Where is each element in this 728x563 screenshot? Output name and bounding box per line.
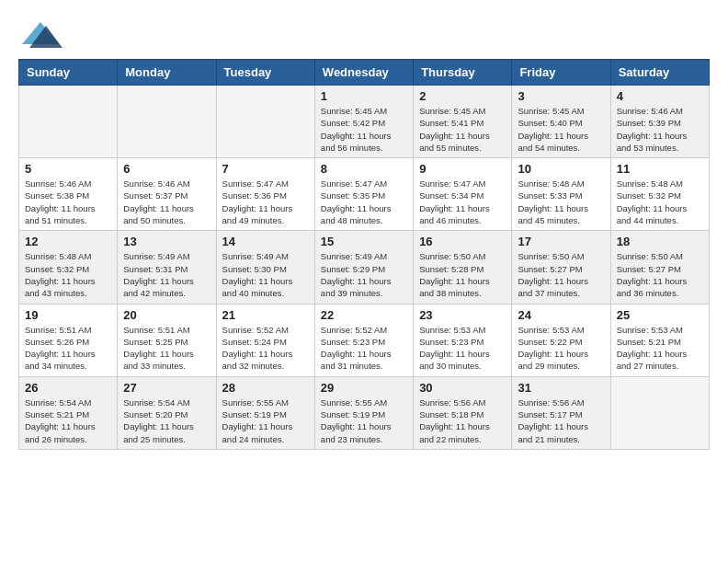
calendar-cell: 15Sunrise: 5:49 AMSunset: 5:29 PMDayligh… xyxy=(314,231,413,304)
day-number: 5 xyxy=(25,162,111,176)
weekday-header-saturday: Saturday xyxy=(610,60,709,86)
day-number: 28 xyxy=(222,381,309,395)
day-number: 31 xyxy=(518,381,604,395)
calendar-cell: 31Sunrise: 5:56 AMSunset: 5:17 PMDayligh… xyxy=(512,376,610,449)
day-number: 27 xyxy=(123,381,210,395)
calendar-cell: 7Sunrise: 5:47 AMSunset: 5:36 PMDaylight… xyxy=(216,158,314,231)
day-detail: Sunrise: 5:54 AMSunset: 5:20 PMDaylight:… xyxy=(123,396,210,445)
day-number: 9 xyxy=(419,162,506,176)
calendar-cell: 26Sunrise: 5:54 AMSunset: 5:21 PMDayligh… xyxy=(19,376,118,449)
day-number: 10 xyxy=(518,162,604,176)
day-number: 20 xyxy=(123,308,210,322)
week-row-1: 5Sunrise: 5:46 AMSunset: 5:38 PMDaylight… xyxy=(19,158,710,231)
day-number: 17 xyxy=(518,235,604,248)
day-detail: Sunrise: 5:46 AMSunset: 5:39 PMDaylight:… xyxy=(617,105,703,154)
calendar-cell: 13Sunrise: 5:49 AMSunset: 5:31 PMDayligh… xyxy=(118,231,216,304)
day-detail: Sunrise: 5:55 AMSunset: 5:19 PMDaylight:… xyxy=(321,396,407,445)
calendar-cell: 22Sunrise: 5:52 AMSunset: 5:23 PMDayligh… xyxy=(314,304,413,376)
day-detail: Sunrise: 5:49 AMSunset: 5:30 PMDaylight:… xyxy=(222,250,309,299)
day-number: 7 xyxy=(222,162,309,176)
day-detail: Sunrise: 5:52 AMSunset: 5:24 PMDaylight:… xyxy=(222,324,309,373)
day-number: 1 xyxy=(321,89,407,103)
day-detail: Sunrise: 5:51 AMSunset: 5:25 PMDaylight:… xyxy=(123,324,210,373)
calendar-cell: 12Sunrise: 5:48 AMSunset: 5:32 PMDayligh… xyxy=(19,231,118,304)
week-row-4: 26Sunrise: 5:54 AMSunset: 5:21 PMDayligh… xyxy=(19,376,710,449)
calendar-cell: 9Sunrise: 5:47 AMSunset: 5:34 PMDaylight… xyxy=(414,158,512,231)
day-number: 29 xyxy=(321,381,407,395)
day-number: 25 xyxy=(617,308,703,322)
day-detail: Sunrise: 5:49 AMSunset: 5:31 PMDaylight:… xyxy=(123,250,210,299)
calendar-cell: 20Sunrise: 5:51 AMSunset: 5:25 PMDayligh… xyxy=(118,304,216,376)
day-detail: Sunrise: 5:45 AMSunset: 5:40 PMDaylight:… xyxy=(518,105,604,154)
day-detail: Sunrise: 5:47 AMSunset: 5:34 PMDaylight:… xyxy=(419,178,506,226)
calendar-cell xyxy=(216,86,314,158)
day-detail: Sunrise: 5:53 AMSunset: 5:21 PMDaylight:… xyxy=(617,324,703,373)
day-number: 11 xyxy=(617,162,703,176)
calendar-cell: 8Sunrise: 5:47 AMSunset: 5:35 PMDaylight… xyxy=(314,158,413,231)
day-detail: Sunrise: 5:50 AMSunset: 5:28 PMDaylight:… xyxy=(419,250,506,299)
day-detail: Sunrise: 5:50 AMSunset: 5:27 PMDaylight:… xyxy=(518,250,604,299)
day-detail: Sunrise: 5:48 AMSunset: 5:32 PMDaylight:… xyxy=(25,250,111,299)
day-detail: Sunrise: 5:45 AMSunset: 5:42 PMDaylight:… xyxy=(321,105,407,154)
day-detail: Sunrise: 5:54 AMSunset: 5:21 PMDaylight:… xyxy=(25,396,111,445)
day-detail: Sunrise: 5:50 AMSunset: 5:27 PMDaylight:… xyxy=(617,250,703,299)
weekday-header-wednesday: Wednesday xyxy=(314,60,413,86)
calendar-cell: 10Sunrise: 5:48 AMSunset: 5:33 PMDayligh… xyxy=(512,158,610,231)
weekday-header-row: SundayMondayTuesdayWednesdayThursdayFrid… xyxy=(19,60,710,86)
day-number: 12 xyxy=(25,235,111,248)
day-detail: Sunrise: 5:52 AMSunset: 5:23 PMDaylight:… xyxy=(321,324,407,373)
calendar-cell xyxy=(118,86,216,158)
day-number: 16 xyxy=(419,235,506,248)
calendar-cell: 4Sunrise: 5:46 AMSunset: 5:39 PMDaylight… xyxy=(610,86,709,158)
day-number: 19 xyxy=(25,308,111,322)
calendar-cell: 21Sunrise: 5:52 AMSunset: 5:24 PMDayligh… xyxy=(216,304,314,376)
day-detail: Sunrise: 5:53 AMSunset: 5:22 PMDaylight:… xyxy=(518,324,604,373)
calendar-cell: 1Sunrise: 5:45 AMSunset: 5:42 PMDaylight… xyxy=(314,86,413,158)
day-detail: Sunrise: 5:46 AMSunset: 5:38 PMDaylight:… xyxy=(25,178,111,226)
week-row-0: 1Sunrise: 5:45 AMSunset: 5:42 PMDaylight… xyxy=(19,86,710,158)
day-number: 21 xyxy=(222,308,309,322)
day-number: 23 xyxy=(419,308,506,322)
calendar-cell xyxy=(610,376,709,449)
weekday-header-monday: Monday xyxy=(118,60,216,86)
calendar-cell: 6Sunrise: 5:46 AMSunset: 5:37 PMDaylight… xyxy=(118,158,216,231)
calendar-cell: 16Sunrise: 5:50 AMSunset: 5:28 PMDayligh… xyxy=(414,231,512,304)
calendar-cell: 11Sunrise: 5:48 AMSunset: 5:32 PMDayligh… xyxy=(610,158,709,231)
day-detail: Sunrise: 5:56 AMSunset: 5:17 PMDaylight:… xyxy=(518,396,604,445)
day-detail: Sunrise: 5:47 AMSunset: 5:35 PMDaylight:… xyxy=(321,178,407,226)
calendar-cell: 17Sunrise: 5:50 AMSunset: 5:27 PMDayligh… xyxy=(512,231,610,304)
calendar-cell: 24Sunrise: 5:53 AMSunset: 5:22 PMDayligh… xyxy=(512,304,610,376)
weekday-header-friday: Friday xyxy=(512,60,610,86)
calendar-cell: 25Sunrise: 5:53 AMSunset: 5:21 PMDayligh… xyxy=(610,304,709,376)
calendar-cell xyxy=(19,86,118,158)
calendar-cell: 2Sunrise: 5:45 AMSunset: 5:41 PMDaylight… xyxy=(414,86,512,158)
calendar-cell: 29Sunrise: 5:55 AMSunset: 5:19 PMDayligh… xyxy=(314,376,413,449)
calendar-cell: 23Sunrise: 5:53 AMSunset: 5:23 PMDayligh… xyxy=(414,304,512,376)
day-number: 15 xyxy=(321,235,407,248)
day-detail: Sunrise: 5:45 AMSunset: 5:41 PMDaylight:… xyxy=(419,105,506,154)
logo-icon xyxy=(18,18,63,52)
day-number: 30 xyxy=(419,381,506,395)
day-number: 18 xyxy=(617,235,703,248)
calendar-cell: 27Sunrise: 5:54 AMSunset: 5:20 PMDayligh… xyxy=(118,376,216,449)
day-detail: Sunrise: 5:48 AMSunset: 5:32 PMDaylight:… xyxy=(617,178,703,226)
day-detail: Sunrise: 5:46 AMSunset: 5:37 PMDaylight:… xyxy=(123,178,210,226)
header xyxy=(18,18,710,52)
day-number: 8 xyxy=(321,162,407,176)
day-number: 24 xyxy=(518,308,604,322)
calendar-cell: 19Sunrise: 5:51 AMSunset: 5:26 PMDayligh… xyxy=(19,304,118,376)
weekday-header-tuesday: Tuesday xyxy=(216,60,314,86)
calendar-cell: 5Sunrise: 5:46 AMSunset: 5:38 PMDaylight… xyxy=(19,158,118,231)
day-number: 22 xyxy=(321,308,407,322)
day-number: 14 xyxy=(222,235,309,248)
calendar-cell: 30Sunrise: 5:56 AMSunset: 5:18 PMDayligh… xyxy=(414,376,512,449)
week-row-3: 19Sunrise: 5:51 AMSunset: 5:26 PMDayligh… xyxy=(19,304,710,376)
day-number: 3 xyxy=(518,89,604,103)
weekday-header-thursday: Thursday xyxy=(414,60,512,86)
day-detail: Sunrise: 5:47 AMSunset: 5:36 PMDaylight:… xyxy=(222,178,309,226)
day-detail: Sunrise: 5:53 AMSunset: 5:23 PMDaylight:… xyxy=(419,324,506,373)
calendar-cell: 3Sunrise: 5:45 AMSunset: 5:40 PMDaylight… xyxy=(512,86,610,158)
day-number: 6 xyxy=(123,162,210,176)
page-container: SundayMondayTuesdayWednesdayThursdayFrid… xyxy=(18,18,710,450)
calendar-cell: 14Sunrise: 5:49 AMSunset: 5:30 PMDayligh… xyxy=(216,231,314,304)
